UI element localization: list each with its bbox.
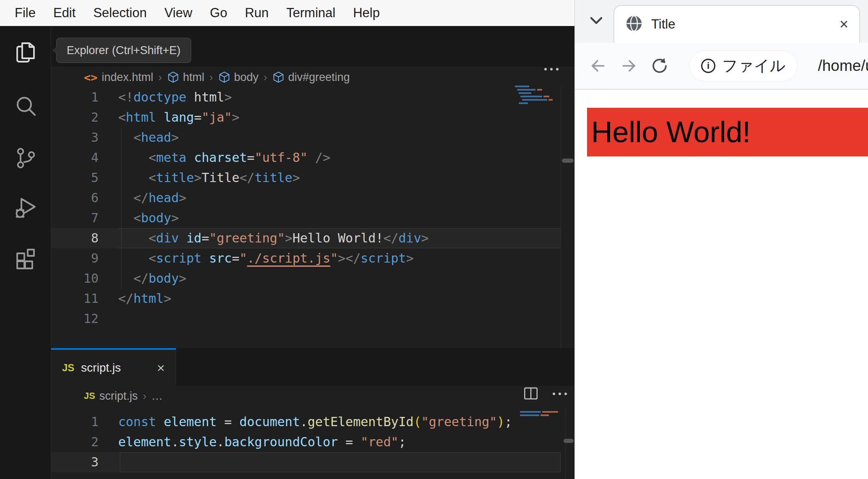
tab-script-js[interactable]: JS script.js ×: [51, 348, 176, 386]
symbol-cube-icon: [272, 71, 285, 83]
code-line-1[interactable]: 1<!doctype html>: [51, 87, 561, 107]
menu-item-terminal[interactable]: Terminal: [278, 5, 344, 21]
menu-item-edit[interactable]: Edit: [44, 5, 84, 21]
breadcrumb-node-div[interactable]: div#greeting: [272, 71, 350, 84]
breadcrumb-separator: ›: [158, 71, 163, 84]
source-control-icon[interactable]: [12, 145, 39, 172]
code-text: <body>: [118, 208, 179, 228]
breadcrumb-file[interactable]: script.js: [99, 390, 138, 403]
code-line-5[interactable]: 5 <title>Title</title>: [51, 168, 561, 188]
code-text: <html lang="ja">: [118, 107, 239, 128]
breadcrumb-node-body[interactable]: body: [218, 71, 259, 84]
code-text: </html>: [118, 289, 171, 309]
scrollbar-thumb[interactable]: [564, 439, 574, 443]
breadcrumb-js: JS script.js › …: [51, 386, 545, 406]
line-number: 7: [51, 208, 118, 228]
line-number: 11: [51, 289, 118, 309]
scrollbar-thumb[interactable]: [562, 159, 574, 163]
more-actions-icon[interactable]: [543, 68, 560, 70]
line-number: 3: [51, 452, 118, 472]
code-line-2[interactable]: 2element.style.backgroundColor = "red";: [51, 432, 561, 452]
code-text: <meta charset="utf-8" />: [118, 148, 330, 168]
js-file-icon: JS: [84, 390, 95, 401]
explorer-tooltip: Explorer (Ctrl+Shift+E): [56, 38, 191, 63]
site-info-chip[interactable]: i ファイル: [689, 50, 798, 81]
search-icon[interactable]: [12, 93, 39, 120]
line-number: 6: [51, 188, 118, 208]
breadcrumb-rest[interactable]: …: [151, 390, 163, 403]
menu-bar: FileEditSelectionViewGoRunTerminalHelp: [0, 0, 574, 26]
tab-search-chevron-icon[interactable]: [586, 10, 607, 31]
browser-window: Title × i ファイル: [574, 0, 868, 479]
breadcrumb-html: <> index.html › html › body › div#greeti…: [51, 67, 545, 87]
breadcrumb-node-html[interactable]: html: [167, 71, 204, 84]
menu-item-file[interactable]: File: [6, 5, 44, 21]
code-line-11[interactable]: 11</html>: [51, 289, 561, 309]
code-text: <head>: [118, 128, 179, 148]
close-tab-icon[interactable]: ×: [157, 361, 165, 375]
line-number: 4: [51, 148, 118, 168]
breadcrumb-separator: ›: [263, 71, 268, 84]
code-area-js[interactable]: 1const element = document.getElementById…: [51, 412, 561, 472]
code-line-4[interactable]: 4 <meta charset="utf-8" />: [51, 148, 561, 168]
code-line-8[interactable]: 8 <div id="greeting">Hello World!</div>: [51, 228, 561, 248]
greeting-div: Hello World!: [587, 108, 868, 156]
line-number: 8: [51, 228, 118, 248]
line-number: 10: [51, 268, 118, 289]
code-line-2[interactable]: 2<html lang="ja">: [51, 107, 561, 128]
breadcrumb-file[interactable]: index.html: [102, 71, 153, 84]
browser-tab[interactable]: Title ×: [613, 5, 860, 43]
back-icon[interactable]: [588, 56, 608, 75]
code-line-3[interactable]: 3: [51, 452, 561, 472]
js-file-icon: JS: [62, 362, 74, 374]
code-text: <title>Title</title>: [118, 168, 300, 188]
close-tab-icon[interactable]: ×: [839, 17, 848, 32]
activity-bar: [0, 26, 51, 479]
code-text: <script src="./script.js"></script>: [118, 248, 413, 268]
line-number: 3: [51, 128, 118, 148]
code-line-9[interactable]: 9 <script src="./script.js"></script>: [51, 248, 561, 268]
html-file-icon: <>: [84, 71, 98, 84]
run-and-debug-icon[interactable]: [12, 194, 39, 221]
extensions-icon[interactable]: [12, 244, 39, 271]
line-number: 1: [51, 412, 118, 432]
code-text: <div id="greeting">Hello World!</div>: [118, 228, 429, 248]
code-line-10[interactable]: 10 </body>: [51, 268, 561, 289]
menu-item-view[interactable]: View: [156, 5, 201, 21]
info-icon: i: [701, 59, 715, 73]
symbol-cube-icon: [167, 71, 179, 83]
globe-icon: [625, 15, 643, 34]
line-number: 5: [51, 168, 118, 188]
line-number: 1: [51, 87, 118, 107]
scheme-chip-label: ファイル: [722, 55, 785, 76]
menu-item-selection[interactable]: Selection: [84, 5, 156, 21]
scrollbar-divider: [565, 409, 566, 479]
code-area-html[interactable]: 1<!doctype html>2<html lang="ja">3 <head…: [51, 87, 561, 329]
line-number: 9: [51, 248, 118, 268]
code-line-3[interactable]: 3 <head>: [51, 128, 561, 148]
tab-label: script.js: [81, 361, 150, 375]
line-number: 2: [51, 107, 118, 128]
menu-item-run[interactable]: Run: [236, 5, 278, 21]
code-text: </head>: [118, 188, 187, 208]
forward-icon[interactable]: [619, 56, 639, 75]
breadcrumb-separator: ›: [208, 71, 214, 84]
code-text: const element = document.getElementById(…: [118, 412, 512, 432]
menu-item-go[interactable]: Go: [201, 5, 236, 21]
reload-icon[interactable]: [650, 57, 669, 75]
symbol-cube-icon: [218, 71, 231, 83]
code-line-12[interactable]: 12: [51, 309, 561, 329]
line-number: 12: [51, 309, 118, 329]
code-text: element.style.backgroundColor = "red";: [118, 432, 406, 452]
code-line-1[interactable]: 1const element = document.getElementById…: [51, 412, 561, 432]
scrollbar-divider: [561, 87, 561, 350]
screen: FileEditSelectionViewGoRunTerminalHelp: [0, 0, 868, 479]
address-bar-url[interactable]: /home/u: [818, 57, 868, 75]
code-line-6[interactable]: 6 </head>: [51, 188, 561, 208]
code-text: <!doctype html>: [118, 87, 232, 107]
code-line-7[interactable]: 7 <body>: [51, 208, 561, 228]
more-actions-icon[interactable]: [551, 393, 569, 395]
menu-item-help[interactable]: Help: [344, 5, 389, 21]
explorer-icon[interactable]: [12, 39, 39, 66]
code-text: </body>: [118, 268, 187, 289]
